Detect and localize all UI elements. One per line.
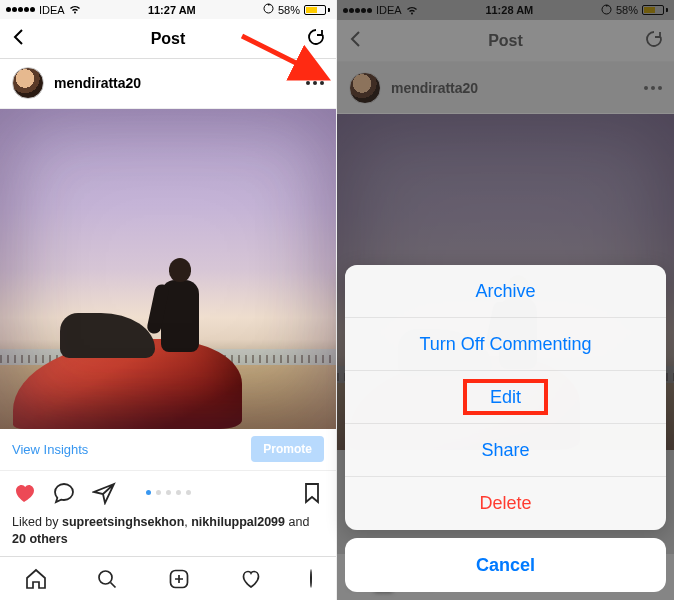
promote-button[interactable]: Promote xyxy=(251,436,324,462)
sheet-share[interactable]: Share xyxy=(345,424,666,477)
back-button[interactable] xyxy=(10,28,28,50)
tab-profile[interactable] xyxy=(310,570,312,588)
screenshot-left: IDEA 11:27 AM 58% Post mendiratta20 xyxy=(0,0,337,600)
avatar[interactable] xyxy=(12,67,44,99)
status-time: 11:27 AM xyxy=(148,4,196,16)
post-photo[interactable] xyxy=(0,109,336,429)
username[interactable]: mendiratta20 xyxy=(54,75,141,91)
status-bar: IDEA 11:27 AM 58% xyxy=(0,0,336,19)
annotation-arrow xyxy=(236,30,336,86)
sheet-delete[interactable]: Delete xyxy=(345,477,666,530)
annotation-highlight-box xyxy=(463,379,548,415)
insights-row: View Insights Promote xyxy=(0,429,336,471)
view-insights-link[interactable]: View Insights xyxy=(12,442,88,457)
action-sheet: Archive Turn Off Commenting Edit Share D… xyxy=(345,265,666,592)
action-bar xyxy=(0,471,336,515)
rotation-lock-icon xyxy=(263,3,274,16)
sheet-edit[interactable]: Edit xyxy=(345,371,666,424)
comment-button[interactable] xyxy=(52,481,76,505)
sheet-turn-off-commenting[interactable]: Turn Off Commenting xyxy=(345,318,666,371)
tab-home[interactable] xyxy=(24,567,48,591)
tab-activity[interactable] xyxy=(239,567,263,591)
sheet-archive[interactable]: Archive xyxy=(345,265,666,318)
save-button[interactable] xyxy=(300,481,324,505)
share-button[interactable] xyxy=(92,481,116,505)
likes-text[interactable]: Liked by supreetsinghsekhon, nikhiluppal… xyxy=(0,514,336,556)
tab-search[interactable] xyxy=(95,567,119,591)
tab-bar xyxy=(0,556,336,600)
carrier-label: IDEA xyxy=(39,4,65,16)
wifi-icon xyxy=(69,5,81,14)
like-button[interactable] xyxy=(12,481,36,505)
battery-percent: 58% xyxy=(278,4,300,16)
battery-icon xyxy=(304,5,330,15)
svg-point-1 xyxy=(99,571,112,584)
signal-strength-icon xyxy=(6,7,35,12)
screenshot-right: IDEA 11:28 AM 58% Post mendiratta20 xyxy=(337,0,674,600)
sheet-cancel[interactable]: Cancel xyxy=(345,538,666,592)
tab-new-post[interactable] xyxy=(167,567,191,591)
